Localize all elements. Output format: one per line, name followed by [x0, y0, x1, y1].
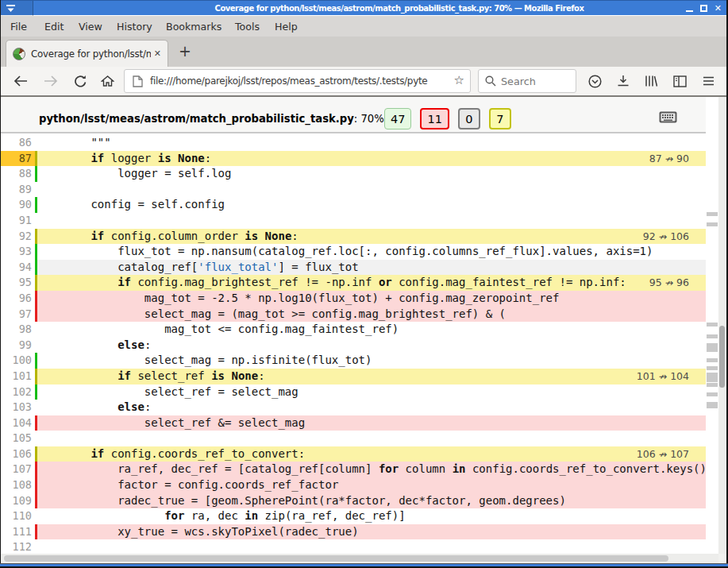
- line-number[interactable]: 95: [1, 275, 35, 291]
- code-line-108: 108 factor = config.coords_ref_factor: [1, 477, 706, 493]
- menu-file[interactable]: File: [10, 21, 27, 33]
- code-line-99: 99 else:: [1, 338, 706, 354]
- hamburger-menu-icon[interactable]: [699, 67, 717, 95]
- forward-button[interactable]: [41, 67, 60, 95]
- line-number[interactable]: 88: [1, 166, 35, 182]
- line-number[interactable]: 110: [1, 508, 35, 524]
- library-icon[interactable]: [642, 67, 660, 95]
- line-number[interactable]: 108: [1, 477, 35, 493]
- line-number[interactable]: 91: [1, 213, 35, 229]
- line-code: mag_tot <= config.mag_faintest_ref): [35, 322, 706, 338]
- reload-button[interactable]: [71, 67, 90, 95]
- vertical-scrollbar[interactable]: [718, 97, 726, 554]
- pocket-icon[interactable]: [586, 67, 603, 95]
- line-number[interactable]: 104: [1, 415, 35, 431]
- search-icon: [485, 75, 496, 87]
- menu-bookmarks[interactable]: Bookmarks: [166, 21, 221, 33]
- line-number[interactable]: 107: [1, 462, 35, 477]
- tab-close-icon[interactable]: ✕: [154, 48, 161, 59]
- branch-annotation: 106 ↛ 107: [637, 446, 706, 462]
- toggle-run-button[interactable]: 47: [384, 108, 411, 129]
- code-line-92: 92 if config.column_order is None:92 ↛ 1…: [1, 229, 706, 245]
- toggle-mis-button[interactable]: 11: [420, 108, 449, 129]
- horizontal-scrollbar-thumb[interactable]: [4, 555, 668, 562]
- line-number[interactable]: 101: [1, 369, 35, 384]
- close-icon[interactable]: ✕: [715, 1, 722, 16]
- page-title: python/lsst/meas/astrom/match_probabilis…: [39, 113, 384, 125]
- menu-tools[interactable]: Tools: [235, 21, 260, 33]
- search-box[interactable]: Search: [478, 69, 576, 93]
- keyboard-shortcuts-icon[interactable]: [659, 111, 677, 123]
- bookmark-star-icon[interactable]: ☆: [454, 73, 464, 87]
- coverage-percent: : 70%: [354, 113, 384, 125]
- window-menu-icon: [6, 4, 16, 13]
- window-title: Coverage for python/lsst/meas/astrom/mat…: [215, 4, 584, 13]
- line-number[interactable]: 109: [1, 493, 35, 509]
- horizontal-scrollbar[interactable]: [1, 554, 718, 563]
- sidebar-icon[interactable]: [671, 67, 688, 95]
- line-number[interactable]: 103: [1, 400, 35, 415]
- tab-coverage[interactable]: Coverage for python/lsst/mea ✕: [6, 40, 168, 67]
- minimize-icon[interactable]: [686, 10, 693, 12]
- line-number[interactable]: 111: [1, 524, 35, 540]
- line-number[interactable]: 102: [1, 384, 35, 400]
- code-line-101: 101 if select_ref is None:101 ↛ 104: [1, 369, 706, 384]
- menu-view[interactable]: View: [79, 21, 102, 33]
- window-titlebar: Coverage for python/lsst/meas/astrom/mat…: [0, 0, 728, 15]
- line-number[interactable]: 93: [1, 244, 35, 260]
- line-number[interactable]: 94: [1, 260, 35, 276]
- line-code: select_mag = (mag_tot >= config.mag_brig…: [35, 307, 706, 323]
- line-number[interactable]: 106: [1, 446, 35, 462]
- toggle-exc-button[interactable]: 0: [458, 108, 480, 129]
- line-code: if select_ref is None:101 ↛ 104: [35, 369, 706, 384]
- branch-annotation: 87 ↛ 90: [649, 151, 706, 167]
- branch-annotation: 101 ↛ 104: [637, 369, 706, 384]
- line-code: config = self.config: [35, 197, 706, 213]
- home-button[interactable]: [98, 67, 117, 95]
- line-code: catalog_ref['flux_total'] = flux_tot: [35, 260, 706, 276]
- line-number[interactable]: 86: [1, 135, 35, 151]
- line-code: select_ref = select_mag: [35, 384, 706, 400]
- line-number[interactable]: 105: [1, 431, 35, 446]
- code-line-97: 97 select_mag = (mag_tot >= config.mag_b…: [1, 307, 706, 323]
- line-number[interactable]: 90: [1, 197, 35, 213]
- code-line-98: 98 mag_tot <= config.mag_faintest_ref): [1, 322, 706, 338]
- line-number[interactable]: 98: [1, 322, 35, 338]
- code-line-94: 94 catalog_ref['flux_total'] = flux_tot: [1, 260, 706, 276]
- search-placeholder: Search: [501, 75, 536, 87]
- vertical-scrollbar-thumb[interactable]: [719, 326, 725, 388]
- downloads-icon[interactable]: [614, 67, 632, 95]
- line-number[interactable]: 112: [1, 539, 35, 554]
- line-code: if config.mag_brightest_ref != -np.inf o…: [35, 275, 706, 291]
- maximize-icon[interactable]: [700, 5, 707, 12]
- menu-history[interactable]: History: [117, 21, 152, 33]
- code-line-95: 95 if config.mag_brightest_ref != -np.in…: [1, 275, 706, 291]
- url-text: file:///home/parejkoj/lsst/repos/meas_as…: [150, 75, 445, 87]
- code-line-102: 102 select_ref = select_mag: [1, 384, 706, 400]
- line-number[interactable]: 99: [1, 338, 35, 354]
- line-number[interactable]: 96: [1, 291, 35, 307]
- window-menu-button[interactable]: [0, 1, 33, 16]
- toggle-par-button[interactable]: 7: [489, 108, 511, 129]
- menu-edit[interactable]: Edit: [44, 21, 64, 33]
- missed-line-marker: [707, 366, 718, 370]
- missed-line-marker: [707, 392, 718, 396]
- line-code: if config.column_order is None:92 ↛ 106: [35, 229, 706, 245]
- line-number[interactable]: 89: [1, 182, 35, 198]
- code-line-107: 107 ra_ref, dec_ref = [catalog_ref[colum…: [1, 462, 706, 477]
- missed-line-marker: [707, 383, 718, 387]
- back-button[interactable]: [11, 67, 30, 95]
- coverage-favicon-icon: [13, 48, 25, 60]
- code-line-96: 96 mag_tot = -2.5 * np.log10(flux_tot) +…: [1, 291, 706, 307]
- line-number[interactable]: 97: [1, 307, 35, 323]
- menu-help[interactable]: Help: [275, 21, 298, 33]
- line-number[interactable]: 92: [1, 229, 35, 245]
- missed-line-marker: [707, 323, 718, 327]
- url-bar[interactable]: file:///home/parejkoj/lsst/repos/meas_as…: [124, 69, 471, 93]
- missed-line-marker: [707, 402, 718, 408]
- line-code: [35, 182, 706, 198]
- new-tab-button[interactable]: +: [179, 42, 191, 60]
- line-number[interactable]: 100: [1, 353, 35, 369]
- navigation-toolbar: file:///home/parejkoj/lsst/repos/meas_as…: [1, 67, 726, 97]
- line-number[interactable]: 87: [1, 151, 35, 167]
